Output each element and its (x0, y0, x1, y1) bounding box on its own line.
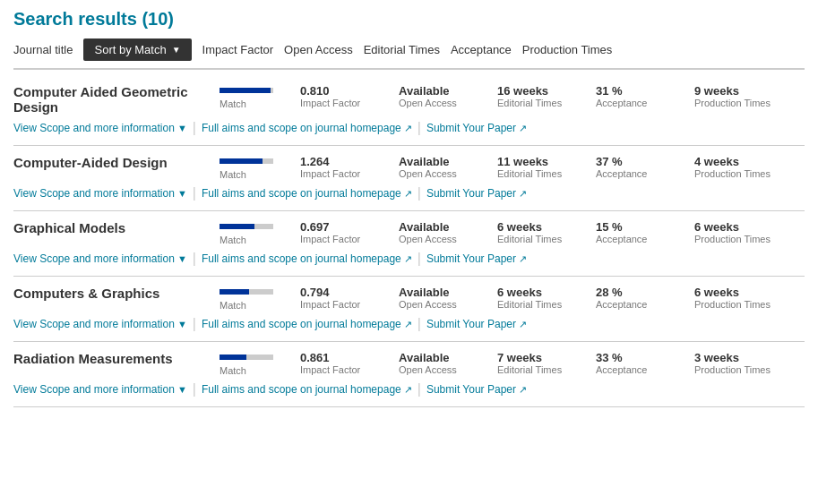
full-aims-text: Full aims and scope on journal homepage (202, 122, 401, 134)
table-row: Computer Aided Geometric Design Match 0.… (13, 75, 805, 146)
journal-title-label: Journal title (13, 43, 73, 56)
sort-label: Sort by Match (94, 43, 166, 56)
full-aims-link[interactable]: Full aims and scope on journal homepage … (202, 318, 412, 330)
impact-factor-label: Impact Factor (300, 168, 360, 179)
impact-factor-col-header[interactable]: Impact Factor (202, 43, 273, 56)
editorial-times-label: Editorial Times (497, 168, 562, 179)
match-bar-container (220, 286, 273, 298)
sort-by-match-button[interactable]: Sort by Match ▼ (83, 38, 191, 61)
editorial-times-metric: 11 weeks Editorial Times (497, 155, 596, 180)
external-link-icon-2: ↗ (519, 123, 527, 134)
external-link-icon-1: ↗ (404, 123, 412, 134)
editorial-times-label: Editorial Times (497, 299, 562, 310)
production-times-value: 3 weeks (694, 351, 739, 364)
editorial-times-label: Editorial Times (497, 98, 562, 108)
table-row: Computers & Graphics Match 0.794 Impact … (13, 277, 805, 342)
open-access-metric: Available Open Access (399, 286, 497, 311)
external-link-icon-1: ↗ (404, 319, 412, 330)
view-scope-link[interactable]: View Scope and more information ▼ (13, 187, 187, 200)
full-aims-text: Full aims and scope on journal homepage (202, 187, 401, 200)
open-access-label: Open Access (399, 168, 457, 179)
external-link-icon-2: ↗ (519, 384, 527, 396)
editorial-times-metric: 6 weeks Editorial Times (497, 220, 596, 245)
journal-name: Computer Aided Geometric Design (13, 84, 220, 115)
production-times-value: 4 weeks (694, 155, 739, 168)
impact-factor-label: Impact Factor (300, 234, 360, 244)
open-access-value: Available (399, 286, 450, 299)
submit-paper-link[interactable]: Submit Your Paper ↗ (426, 383, 527, 396)
match-bar-bg (271, 88, 273, 93)
submit-paper-link[interactable]: Submit Your Paper ↗ (426, 318, 527, 330)
view-scope-text: View Scope and more information (13, 252, 175, 265)
acceptance-col-header[interactable]: Acceptance (451, 43, 512, 56)
impact-factor-metric: 1.264 Impact Factor (300, 155, 399, 180)
view-scope-link[interactable]: View Scope and more information ▼ (13, 252, 187, 265)
full-aims-link[interactable]: Full aims and scope on journal homepage … (202, 383, 412, 396)
view-scope-link[interactable]: View Scope and more information ▼ (13, 318, 187, 330)
acceptance-value: 37 % (596, 155, 623, 168)
separator-2: | (418, 381, 421, 397)
submit-paper-text: Submit Your Paper (426, 122, 516, 134)
table-row: Radiation Measurements Match 0.861 Impac… (13, 342, 805, 407)
match-bar-container (220, 155, 273, 167)
acceptance-metric: 33 % Acceptance (596, 351, 694, 376)
match-bar-bg (254, 224, 273, 229)
separator-1: | (193, 185, 196, 201)
acceptance-metric: 15 % Acceptance (596, 220, 694, 245)
open-access-label: Open Access (399, 364, 457, 375)
full-aims-link[interactable]: Full aims and scope on journal homepage … (202, 252, 412, 265)
match-label: Match (220, 300, 246, 311)
acceptance-value: 33 % (596, 351, 623, 364)
impact-factor-metric: 0.861 Impact Factor (300, 351, 399, 376)
view-scope-text: View Scope and more information (13, 187, 175, 200)
editorial-times-metric: 16 weeks Editorial Times (497, 84, 596, 109)
submit-paper-link[interactable]: Submit Your Paper ↗ (426, 122, 527, 134)
production-times-metric: 4 weeks Production Times (694, 155, 793, 180)
match-bar-bg (249, 289, 273, 295)
external-link-icon-2: ↗ (519, 188, 527, 200)
full-aims-link[interactable]: Full aims and scope on journal homepage … (202, 122, 412, 134)
submit-paper-link[interactable]: Submit Your Paper ↗ (426, 187, 527, 200)
open-access-label: Open Access (399, 299, 457, 310)
journal-name: Computers & Graphics (13, 286, 220, 301)
production-times-label: Production Times (694, 168, 771, 179)
separator-1: | (193, 316, 196, 332)
open-access-col-header[interactable]: Open Access (284, 43, 353, 56)
submit-paper-link[interactable]: Submit Your Paper ↗ (426, 252, 527, 265)
production-times-value: 9 weeks (694, 84, 739, 98)
open-access-value: Available (399, 155, 450, 168)
acceptance-value: 15 % (596, 220, 623, 234)
open-access-value: Available (399, 220, 450, 234)
acceptance-label: Acceptance (596, 168, 647, 179)
match-bar-filled (220, 158, 263, 164)
external-link-icon-1: ↗ (404, 384, 412, 396)
submit-paper-text: Submit Your Paper (426, 187, 516, 200)
separator-2: | (418, 251, 421, 267)
editorial-times-value: 6 weeks (497, 220, 542, 234)
editorial-times-value: 11 weeks (497, 155, 548, 168)
results-container: Computer Aided Geometric Design Match 0.… (13, 75, 805, 407)
editorial-times-col-header[interactable]: Editorial Times (364, 43, 440, 56)
match-metric: Match (220, 351, 300, 376)
production-times-metric: 3 weeks Production Times (694, 351, 793, 376)
match-bar-filled (220, 289, 249, 295)
view-scope-link[interactable]: View Scope and more information ▼ (13, 383, 187, 396)
view-scope-link[interactable]: View Scope and more information ▼ (13, 122, 187, 134)
editorial-times-value: 7 weeks (497, 351, 542, 364)
external-link-icon-1: ↗ (404, 253, 412, 265)
match-label: Match (220, 235, 246, 245)
submit-paper-text: Submit Your Paper (426, 252, 516, 265)
match-metric: Match (220, 155, 300, 180)
production-times-label: Production Times (694, 234, 771, 244)
dropdown-arrow-icon: ▼ (177, 253, 187, 264)
impact-factor-metric: 0.697 Impact Factor (300, 220, 399, 245)
open-access-metric: Available Open Access (399, 351, 497, 376)
editorial-times-label: Editorial Times (497, 364, 562, 375)
match-bar-filled (220, 88, 271, 93)
full-aims-link[interactable]: Full aims and scope on journal homepage … (202, 187, 412, 200)
open-access-metric: Available Open Access (399, 220, 497, 245)
impact-factor-value: 0.794 (300, 286, 330, 299)
match-bar-container (220, 351, 273, 363)
caret-icon: ▼ (172, 45, 181, 55)
production-times-col-header[interactable]: Production Times (522, 43, 612, 56)
